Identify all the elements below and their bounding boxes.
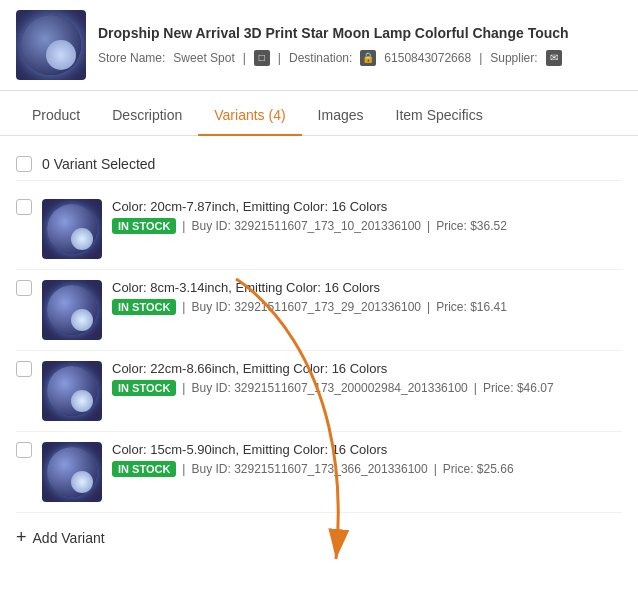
variant-thumb-2: [42, 280, 102, 340]
buy-id-2: Buy ID: 32921511607_173_29_201336100: [191, 300, 421, 314]
variant-checkbox-4[interactable]: [16, 442, 32, 458]
header-meta: Store Name: Sweet Spot | □ | Destination…: [98, 50, 622, 66]
meta-sep-4: |: [182, 462, 185, 476]
buy-id-1: Buy ID: 32921511607_173_10_201336100: [191, 219, 421, 233]
header-info: Dropship New Arrival 3D Print Star Moon …: [98, 24, 622, 66]
meta-sep-3b: |: [474, 381, 477, 395]
variant-thumb-1: [42, 199, 102, 259]
tab-item-specifics[interactable]: Item Specifics: [380, 95, 499, 135]
sep2: |: [278, 51, 281, 65]
lock-icon: 🔒: [360, 50, 376, 66]
variant-item: Color: 22cm-8.66inch, Emitting Color: 16…: [16, 351, 622, 432]
stock-badge-2: IN STOCK: [112, 299, 176, 315]
meta-sep-1b: |: [427, 219, 430, 233]
price-1: Price: $36.52: [436, 219, 507, 233]
store-label: Store Name:: [98, 51, 165, 65]
variant-selected-label: 0 Variant Selected: [42, 156, 155, 172]
stock-badge-3: IN STOCK: [112, 380, 176, 396]
variant-title-4: Color: 15cm-5.90inch, Emitting Color: 16…: [112, 442, 622, 457]
product-thumbnail: [21, 15, 81, 75]
variant-checkbox-3[interactable]: [16, 361, 32, 377]
phone-number: 6150843072668: [384, 51, 471, 65]
product-header: Dropship New Arrival 3D Print Star Moon …: [0, 0, 638, 91]
variant-details-2: Color: 8cm-3.14inch, Emitting Color: 16 …: [112, 280, 622, 315]
tab-bar: Product Description Variants (4) Images …: [0, 95, 638, 136]
add-variant-label: Add Variant: [33, 530, 105, 546]
sep3: |: [479, 51, 482, 65]
price-2: Price: $16.41: [436, 300, 507, 314]
product-image: [16, 10, 86, 80]
stock-badge-4: IN STOCK: [112, 461, 176, 477]
variant-moon-img-3: [47, 366, 97, 416]
supplier-label: Supplier:: [490, 51, 537, 65]
variant-thumb-4: [42, 442, 102, 502]
tab-images[interactable]: Images: [302, 95, 380, 135]
buy-id-3: Buy ID: 32921511607_173_200002984_201336…: [191, 381, 467, 395]
sep1: |: [243, 51, 246, 65]
variant-moon-img-2: [47, 285, 97, 335]
meta-sep-2b: |: [427, 300, 430, 314]
add-variant-button[interactable]: + Add Variant: [16, 513, 622, 556]
buy-id-4: Buy ID: 32921511607_173_366_201336100: [191, 462, 427, 476]
meta-sep-4b: |: [434, 462, 437, 476]
variant-item: Color: 15cm-5.90inch, Emitting Color: 16…: [16, 432, 622, 513]
variant-selected-bar: 0 Variant Selected: [16, 148, 622, 181]
variant-checkbox-1[interactable]: [16, 199, 32, 215]
variant-details-4: Color: 15cm-5.90inch, Emitting Color: 16…: [112, 442, 622, 477]
variant-meta-2: IN STOCK | Buy ID: 32921511607_173_29_20…: [112, 299, 622, 315]
variants-content: 0 Variant Selected Color: 20cm-7.87inch,…: [0, 136, 638, 568]
copy-icon[interactable]: □: [254, 50, 270, 66]
destination-label: Destination:: [289, 51, 352, 65]
tab-product[interactable]: Product: [16, 95, 96, 135]
store-name: Sweet Spot: [173, 51, 234, 65]
meta-sep-1: |: [182, 219, 185, 233]
stock-badge-1: IN STOCK: [112, 218, 176, 234]
variant-meta-1: IN STOCK | Buy ID: 32921511607_173_10_20…: [112, 218, 622, 234]
meta-sep-2: |: [182, 300, 185, 314]
variant-thumb-3: [42, 361, 102, 421]
tab-variants[interactable]: Variants (4): [198, 95, 301, 135]
variant-checkbox-2[interactable]: [16, 280, 32, 296]
select-all-checkbox[interactable]: [16, 156, 32, 172]
email-icon[interactable]: ✉: [546, 50, 562, 66]
variant-meta-4: IN STOCK | Buy ID: 32921511607_173_366_2…: [112, 461, 622, 477]
variant-details-1: Color: 20cm-7.87inch, Emitting Color: 16…: [112, 199, 622, 234]
tab-description[interactable]: Description: [96, 95, 198, 135]
variant-meta-3: IN STOCK | Buy ID: 32921511607_173_20000…: [112, 380, 622, 396]
variant-details-3: Color: 22cm-8.66inch, Emitting Color: 16…: [112, 361, 622, 396]
variant-item: Color: 20cm-7.87inch, Emitting Color: 16…: [16, 189, 622, 270]
variant-title-3: Color: 22cm-8.66inch, Emitting Color: 16…: [112, 361, 622, 376]
variant-moon-img-1: [47, 204, 97, 254]
variant-item: Color: 8cm-3.14inch, Emitting Color: 16 …: [16, 270, 622, 351]
meta-sep-3: |: [182, 381, 185, 395]
price-3: Price: $46.07: [483, 381, 554, 395]
product-title: Dropship New Arrival 3D Print Star Moon …: [98, 24, 622, 44]
variant-title-2: Color: 8cm-3.14inch, Emitting Color: 16 …: [112, 280, 622, 295]
plus-icon: +: [16, 527, 27, 548]
price-4: Price: $25.66: [443, 462, 514, 476]
variant-moon-img-4: [47, 447, 97, 497]
variants-list: Color: 20cm-7.87inch, Emitting Color: 16…: [16, 189, 622, 513]
variant-title-1: Color: 20cm-7.87inch, Emitting Color: 16…: [112, 199, 622, 214]
